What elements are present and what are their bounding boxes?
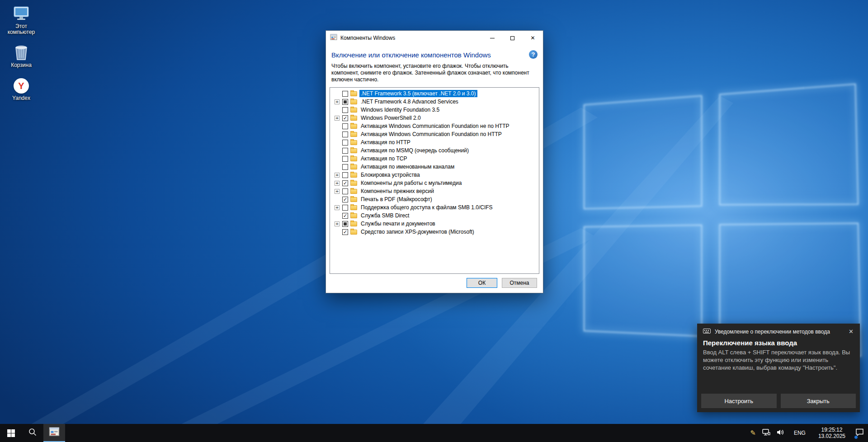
feature-row[interactable]: Активация Windows Communication Foundati… — [330, 122, 539, 130]
feature-row[interactable]: ✓Печать в PDF (Майкрософт) — [330, 195, 539, 203]
feature-row[interactable]: +Блокировка устройства — [330, 171, 539, 179]
window-controls: ✕ — [482, 31, 543, 45]
feature-checkbox[interactable] — [342, 140, 348, 146]
feature-label: Windows Identity Foundation 3.5 — [359, 106, 441, 113]
folder-icon — [350, 156, 357, 161]
dialog-titlebar[interactable]: Компоненты Windows ✕ — [326, 31, 543, 45]
network-icon — [762, 429, 770, 437]
language-indicator[interactable]: ENG — [788, 424, 811, 442]
windows-features-icon — [330, 33, 337, 42]
feature-row[interactable]: +✓Компоненты для работы с мультимедиа — [330, 179, 539, 187]
feature-row[interactable]: Активация по HTTP — [330, 138, 539, 146]
feature-checkbox[interactable] — [342, 99, 348, 105]
feature-checkbox[interactable] — [342, 91, 348, 97]
feature-row[interactable]: +Компоненты прежних версий — [330, 187, 539, 195]
desktop-icon-recycle-bin[interactable]: Корзина — [2, 42, 41, 68]
feature-row[interactable]: +Службы печати и документов — [330, 220, 539, 228]
expander-spacer — [335, 156, 340, 161]
feature-row[interactable]: Активация по MSMQ (очередь сообщений) — [330, 146, 539, 155]
feature-label: Активация Windows Communication Foundati… — [359, 131, 503, 138]
feature-checkbox[interactable] — [342, 156, 348, 162]
maximize-button[interactable] — [502, 31, 523, 45]
folder-icon — [350, 140, 357, 145]
expander-spacer — [335, 165, 340, 169]
action-center-button[interactable] — [852, 424, 867, 442]
feature-label: Печать в PDF (Майкрософт) — [359, 196, 434, 203]
expand-plus-icon[interactable]: + — [335, 99, 340, 104]
expand-plus-icon[interactable]: + — [335, 173, 340, 178]
desktop-icon-label: Yandex — [12, 95, 30, 101]
windows-features-dialog: Компоненты Windows ✕ Включение или отклю… — [326, 30, 543, 293]
feature-row[interactable]: ✓Средство записи XPS-документов (Microso… — [330, 228, 539, 236]
taskbar-app-windows-features[interactable] — [43, 424, 65, 442]
clock-time: 19:25:12 — [818, 427, 845, 433]
feature-checkbox[interactable]: ✓ — [342, 229, 348, 235]
help-icon[interactable]: ? — [529, 50, 538, 59]
cancel-button[interactable]: Отмена — [502, 278, 537, 288]
expand-plus-icon[interactable]: + — [335, 181, 340, 186]
feature-label: Windows PowerShell 2.0 — [359, 114, 422, 122]
start-button[interactable] — [0, 424, 22, 442]
feature-checkbox[interactable]: ✓ — [342, 115, 348, 121]
windows-features-taskbar-icon — [49, 426, 60, 439]
taskbar: ✎ ENG — [0, 424, 868, 442]
feature-label: Активация по именованным каналам — [359, 163, 456, 170]
expand-plus-icon[interactable]: + — [335, 221, 340, 226]
feature-row[interactable]: Активация Windows Communication Foundati… — [330, 130, 539, 138]
pen-tray-button[interactable]: ✎ — [747, 424, 759, 442]
clock[interactable]: 19:25:12 13.02.2025 — [811, 424, 852, 442]
minimize-button[interactable] — [482, 31, 502, 45]
expand-plus-icon[interactable]: + — [335, 205, 340, 210]
ok-button[interactable]: ОК — [467, 278, 497, 288]
feature-label: Служба SMB Direct — [359, 212, 410, 219]
feature-checkbox[interactable]: ✓ — [342, 213, 348, 219]
expander-spacer — [335, 230, 340, 235]
feature-checkbox[interactable] — [342, 132, 348, 137]
feature-checkbox[interactable] — [342, 205, 348, 211]
folder-icon — [350, 165, 357, 169]
feature-row[interactable]: +.NET Framework 4.8 Advanced Services — [330, 98, 539, 106]
recycle-bin-icon — [14, 42, 29, 61]
feature-row[interactable]: .NET Framework 3.5 (включает .NET 2.0 и … — [330, 89, 539, 98]
expander-spacer — [335, 132, 340, 137]
expand-plus-icon[interactable]: + — [335, 189, 340, 194]
toast-button-закрыть[interactable]: Закрыть — [781, 394, 856, 408]
feature-row[interactable]: Активация по TCP — [330, 155, 539, 163]
feature-checkbox[interactable] — [342, 221, 348, 227]
dialog-description: Чтобы включить компонент, установите его… — [326, 59, 543, 83]
folder-icon — [350, 197, 357, 202]
expand-plus-icon[interactable]: + — [335, 116, 340, 121]
feature-checkbox[interactable] — [342, 188, 348, 194]
feature-row[interactable]: ✓Служба SMB Direct — [330, 212, 539, 220]
toast-buttons: НастроитьЗакрыть — [701, 394, 856, 408]
feature-checkbox[interactable] — [342, 123, 348, 129]
desktop-icon-this-pc[interactable]: Этот компьютер — [2, 4, 41, 35]
desktop-icon-label: Этот компьютер — [2, 24, 41, 35]
feature-checkbox[interactable] — [342, 107, 348, 113]
feature-label: Службы печати и документов — [359, 220, 437, 227]
search-button[interactable] — [22, 424, 43, 442]
folder-icon — [350, 230, 357, 235]
keyboard-icon — [703, 329, 711, 335]
toast-button-настроить[interactable]: Настроить — [701, 394, 777, 408]
desktop-icon-yandex[interactable]: Y Yandex — [2, 75, 41, 101]
windows-logo-icon — [7, 429, 15, 437]
toast-close-icon[interactable]: ✕ — [846, 327, 856, 336]
feature-row[interactable]: +✓Windows PowerShell 2.0 — [330, 114, 539, 122]
feature-checkbox[interactable]: ✓ — [342, 180, 348, 186]
expander-spacer — [335, 108, 340, 113]
feature-label: Блокировка устройства — [359, 171, 421, 179]
feature-checkbox[interactable] — [342, 148, 348, 154]
input-method-toast: Уведомление о переключении методов ввода… — [697, 324, 860, 412]
feature-row[interactable]: Активация по именованным каналам — [330, 163, 539, 171]
network-tray-button[interactable] — [759, 424, 774, 442]
feature-row[interactable]: Windows Identity Foundation 3.5 — [330, 106, 539, 114]
folder-icon — [350, 189, 357, 194]
feature-row[interactable]: +Поддержка общего доступа к файлам SMB 1… — [330, 203, 539, 212]
close-button[interactable]: ✕ — [523, 31, 543, 45]
feature-checkbox[interactable]: ✓ — [342, 197, 348, 202]
feature-checkbox[interactable] — [342, 172, 348, 178]
feature-checkbox[interactable] — [342, 164, 348, 170]
volume-tray-button[interactable] — [774, 424, 788, 442]
folder-icon — [350, 91, 357, 96]
